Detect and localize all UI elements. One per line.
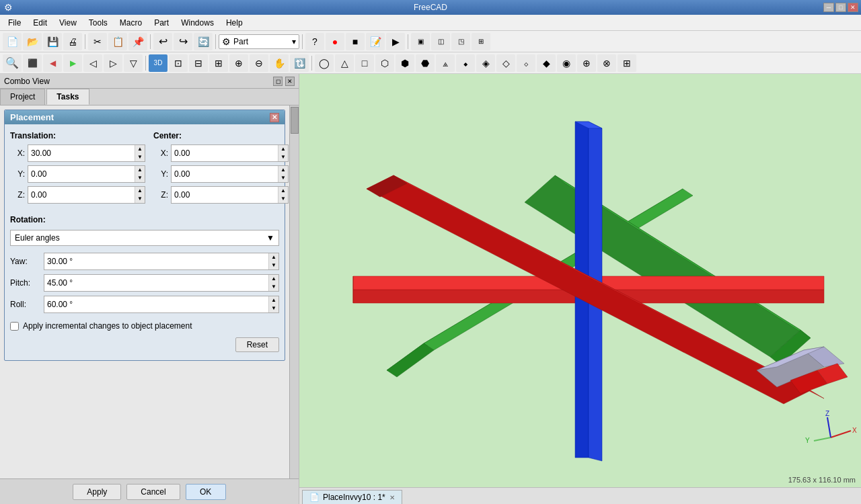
- combo-close-button[interactable]: ✕: [285, 77, 295, 86]
- macro-run-button[interactable]: ▶: [386, 33, 405, 50]
- menu-windows[interactable]: Windows: [176, 17, 219, 29]
- draw12-button[interactable]: ◆: [537, 54, 556, 72]
- view2-button[interactable]: ◫: [431, 33, 450, 50]
- minimize-button[interactable]: ─: [823, 3, 834, 12]
- translation-y-down[interactable]: ▼: [135, 174, 145, 182]
- help-button[interactable]: ?: [305, 33, 324, 50]
- incremental-checkbox[interactable]: [10, 322, 19, 331]
- view-front-button[interactable]: ◀: [43, 54, 62, 72]
- placement-close-button[interactable]: ✕: [270, 113, 279, 122]
- center-y-down[interactable]: ▼: [278, 174, 288, 182]
- split-button[interactable]: ⊞: [617, 54, 636, 72]
- draw15-button[interactable]: ⊗: [597, 54, 616, 72]
- center-z-input[interactable]: [172, 187, 278, 203]
- roll-down[interactable]: ▼: [269, 304, 278, 312]
- view4-button[interactable]: ⊞: [472, 33, 490, 50]
- viewport-tab-close[interactable]: ✕: [389, 494, 395, 501]
- yaw-down[interactable]: ▼: [269, 261, 278, 269]
- center-z-down[interactable]: ▼: [278, 195, 288, 203]
- center-x-up[interactable]: ▲: [278, 145, 288, 153]
- undo-button[interactable]: ↩: [153, 33, 172, 50]
- open-button[interactable]: 📂: [23, 33, 42, 50]
- view-home-button[interactable]: 🔍: [3, 54, 22, 72]
- menu-file[interactable]: File: [3, 17, 26, 29]
- ok-button[interactable]: OK: [186, 484, 226, 500]
- roll-up[interactable]: ▲: [269, 296, 278, 304]
- draw6-button[interactable]: ⬣: [416, 54, 435, 72]
- save-button[interactable]: 💾: [43, 33, 62, 50]
- pitch-input[interactable]: [44, 275, 268, 291]
- view-rotate-button[interactable]: 🔃: [290, 54, 309, 72]
- apply-button[interactable]: Apply: [73, 484, 121, 500]
- menu-tools[interactable]: Tools: [83, 17, 113, 29]
- translation-z-down[interactable]: ▼: [135, 195, 145, 203]
- draw8-button[interactable]: ⬥: [456, 54, 475, 72]
- roll-input[interactable]: [44, 296, 268, 312]
- menu-edit[interactable]: Edit: [28, 17, 52, 29]
- view-back-button[interactable]: ◁: [83, 54, 102, 72]
- center-x-input[interactable]: [172, 145, 278, 161]
- scrollbar-track[interactable]: [289, 106, 299, 478]
- macro-edit-button[interactable]: 📝: [366, 33, 385, 50]
- pitch-down[interactable]: ▼: [269, 283, 278, 291]
- draw9-button[interactable]: ◈: [476, 54, 495, 72]
- translation-x-up[interactable]: ▲: [135, 145, 145, 153]
- cancel-button[interactable]: Cancel: [126, 484, 180, 500]
- menu-macro[interactable]: Macro: [114, 17, 147, 29]
- center-x-down[interactable]: ▼: [278, 153, 288, 161]
- close-button[interactable]: ✕: [848, 3, 858, 12]
- view-fit-sel-button[interactable]: ⊟: [189, 54, 208, 72]
- maximize-button[interactable]: □: [835, 3, 846, 12]
- copy-button[interactable]: 📋: [108, 33, 127, 50]
- reset-button[interactable]: Reset: [235, 337, 279, 352]
- draw11-button[interactable]: ⬦: [517, 54, 535, 72]
- view-zoom-out-button[interactable]: ⊖: [250, 54, 268, 72]
- tab-tasks[interactable]: Tasks: [46, 89, 89, 105]
- pitch-up[interactable]: ▲: [269, 275, 278, 283]
- paste-button[interactable]: 📌: [128, 33, 147, 50]
- view-left-button[interactable]: ▷: [104, 54, 122, 72]
- viewport-tab[interactable]: 📄 PlaceInvvy10 : 1* ✕: [302, 490, 402, 505]
- draw5-button[interactable]: ⬢: [396, 54, 414, 72]
- tab-project[interactable]: Project: [0, 89, 45, 105]
- draw10-button[interactable]: ◇: [496, 54, 515, 72]
- euler-angles-dropdown[interactable]: Euler angles ▼: [10, 230, 279, 246]
- draw13-button[interactable]: ◉: [557, 54, 576, 72]
- yaw-input[interactable]: [44, 253, 268, 269]
- center-y-up[interactable]: ▲: [278, 166, 288, 174]
- view-top-button[interactable]: ⬛: [23, 54, 42, 72]
- refresh-button[interactable]: 🔄: [194, 33, 213, 50]
- translation-x-input[interactable]: [28, 145, 135, 161]
- menu-view[interactable]: View: [54, 17, 82, 29]
- cut-button[interactable]: ✂: [88, 33, 107, 50]
- view-box-button[interactable]: ⊞: [209, 54, 228, 72]
- menu-part[interactable]: Part: [149, 17, 174, 29]
- draw2-button[interactable]: △: [335, 54, 354, 72]
- stop-button[interactable]: ■: [346, 33, 365, 50]
- center-y-input[interactable]: [172, 166, 278, 182]
- view-bottom-button[interactable]: ▽: [124, 54, 143, 72]
- view-right-button[interactable]: ▶: [63, 54, 82, 72]
- new-button[interactable]: 📄: [3, 33, 22, 50]
- translation-y-input[interactable]: [28, 166, 135, 182]
- workbench-dropdown[interactable]: ⚙ Part ▾: [219, 34, 299, 49]
- view-iso-button[interactable]: 3D: [149, 54, 167, 72]
- translation-x-down[interactable]: ▼: [135, 153, 145, 161]
- menu-help[interactable]: Help: [221, 17, 248, 29]
- view1-button[interactable]: ▣: [411, 33, 430, 50]
- record-button[interactable]: ●: [326, 33, 344, 50]
- translation-y-up[interactable]: ▲: [135, 166, 145, 174]
- view-zoom-in-button[interactable]: ⊕: [229, 54, 248, 72]
- combo-restore-button[interactable]: ◻: [273, 77, 283, 86]
- draw4-button[interactable]: ⬡: [375, 54, 394, 72]
- draw3-button[interactable]: □: [355, 54, 374, 72]
- draw7-button[interactable]: ⟁: [436, 54, 455, 72]
- view-pan-button[interactable]: ✋: [270, 54, 289, 72]
- redo-button[interactable]: ↪: [174, 33, 192, 50]
- draw1-button[interactable]: ◯: [315, 54, 334, 72]
- yaw-up[interactable]: ▲: [269, 253, 278, 261]
- view3-button[interactable]: ◳: [451, 33, 470, 50]
- center-z-up[interactable]: ▲: [278, 187, 288, 195]
- draw14-button[interactable]: ⊕: [577, 54, 596, 72]
- view-fit-button[interactable]: ⊡: [169, 54, 188, 72]
